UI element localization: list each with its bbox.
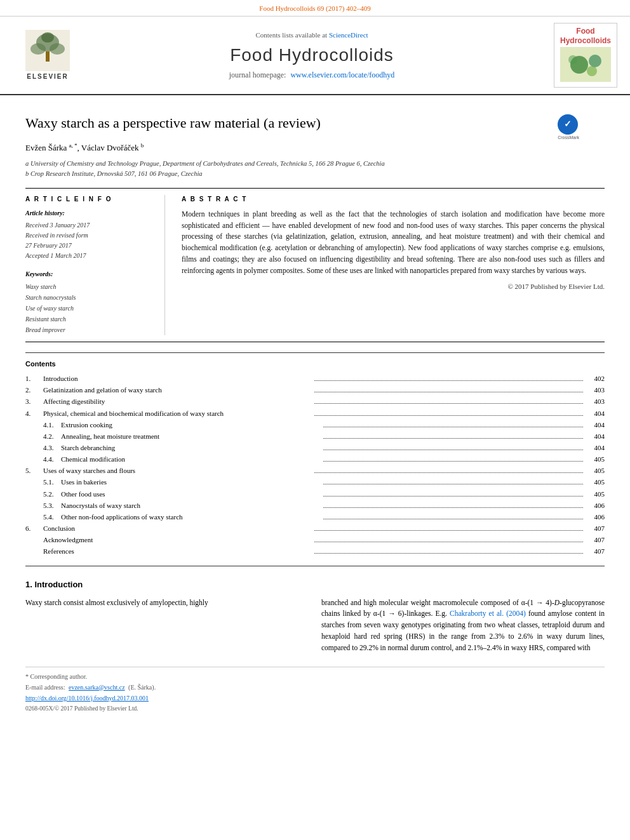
crossmark-text: CrossMark bbox=[558, 135, 579, 141]
keyword-waxy-starch: Waxy starch bbox=[25, 281, 156, 292]
keyword-use-waxy-starch: Use of waxy starch bbox=[25, 303, 156, 314]
crossmark-icon: ✓ bbox=[561, 117, 575, 131]
toc-item-5-4: 5.4. Other non-food applications of waxy… bbox=[25, 511, 605, 523]
intro-right-column: branched and high molecular weight macro… bbox=[321, 597, 605, 654]
toc-item-5-2: 5.2. Other food uses 405 bbox=[25, 488, 605, 500]
svg-rect-4 bbox=[46, 51, 50, 62]
svg-text:✓: ✓ bbox=[564, 119, 572, 129]
article-body: Waxy starch as a perspective raw materia… bbox=[0, 95, 630, 726]
abstract-copyright: © 2017 Published by Elsevier Ltd. bbox=[182, 282, 605, 291]
journal-reference-text: Food Hydrocolloids 69 (2017) 402–409 bbox=[259, 4, 370, 12]
intro-right-text: branched and high molecular weight macro… bbox=[321, 597, 605, 654]
issn-line: 0268-005X/© 2017 Published by Elsevier L… bbox=[25, 705, 605, 713]
journal-reference-bar: Food Hydrocolloids 69 (2017) 402–409 bbox=[0, 0, 630, 17]
svg-point-8 bbox=[589, 55, 601, 67]
svg-point-2 bbox=[30, 43, 46, 55]
toc-item-3: 3. Affecting digestibility 403 bbox=[25, 396, 605, 407]
journal-title: Food Hydrocolloids bbox=[83, 43, 541, 67]
journal-logo-box: FoodHydrocolloids bbox=[554, 23, 617, 88]
toc-item-4: 4. Physical, chemical and biochemical mo… bbox=[25, 408, 605, 419]
contents-available-text: Contents lists available at bbox=[255, 31, 327, 39]
elsevier-name-text: ELSEVIER bbox=[27, 72, 68, 81]
journal-logo-image bbox=[560, 47, 611, 82]
chakraborty-ref-link[interactable]: Chakraborty et al. (2004) bbox=[450, 610, 526, 617]
keyword-bread-improver: Bread improver bbox=[25, 324, 156, 335]
keyword-starch-nanocrystals: Starch nanocrystals bbox=[25, 292, 156, 303]
toc-item-6: 6. Conclusion 407 bbox=[25, 523, 605, 534]
keywords-label: Keywords: bbox=[25, 270, 156, 279]
svg-point-9 bbox=[587, 66, 597, 76]
journal-logo-right: FoodHydrocolloids bbox=[541, 23, 617, 88]
email-note: E-mail address: evzen.sarka@vscht.cz (E.… bbox=[25, 683, 605, 692]
elsevier-tree-icon bbox=[25, 30, 70, 71]
authors-line: Evžen Šárka a, *, Václav Dvořáček b bbox=[25, 142, 605, 154]
elsevier-logo: ELSEVIER bbox=[13, 30, 83, 81]
toc-item-acknowledgment: Acknowledgment 407 bbox=[25, 534, 605, 545]
intro-left-text: Waxy starch consist almost exclusively o… bbox=[25, 597, 309, 609]
journal-header-center: Contents lists available at ScienceDirec… bbox=[83, 30, 541, 81]
corresponding-author-note: * Corresponding author. bbox=[25, 672, 605, 681]
keyword-resistant-starch: Resistant starch bbox=[25, 314, 156, 324]
doi-link[interactable]: http://dx.doi.org/10.1016/j.foodhyd.2017… bbox=[25, 695, 149, 702]
contents-section: Contents 1. Introduction 402 2. Gelatini… bbox=[25, 352, 605, 567]
title-row: Waxy starch as a perspective raw materia… bbox=[25, 114, 605, 133]
article-history-label: Article history: bbox=[25, 209, 156, 218]
article-info-abstract-row: A R T I C L E I N F O Article history: R… bbox=[25, 188, 605, 342]
toc-item-1: 1. Introduction 402 bbox=[25, 373, 605, 384]
abstract-text: Modern techniques in plant breeding as w… bbox=[182, 209, 605, 277]
journal-header: ELSEVIER Contents lists available at Sci… bbox=[0, 17, 630, 95]
introduction-section: 1. Introduction Waxy starch consist almo… bbox=[25, 579, 605, 653]
contents-available-line: Contents lists available at ScienceDirec… bbox=[83, 30, 541, 40]
corresponding-author-text: * Corresponding author. bbox=[25, 673, 87, 680]
toc-item-5: 5. Uses of waxy starches and flours 405 bbox=[25, 465, 605, 476]
toc-item-4-1: 4.1. Extrusion cooking 404 bbox=[25, 419, 605, 430]
intro-left-column: Waxy starch consist almost exclusively o… bbox=[25, 597, 309, 654]
author-evzen: Evžen Šárka a, *, Václav Dvořáček b bbox=[25, 143, 144, 152]
journal-logo-svg bbox=[560, 47, 611, 82]
toc-item-4-4: 4.4. Chemical modification 405 bbox=[25, 453, 605, 465]
email-label: E-mail address: bbox=[25, 684, 65, 691]
svg-point-5 bbox=[41, 32, 54, 43]
doi-line: http://dx.doi.org/10.1016/j.foodhyd.2017… bbox=[25, 694, 605, 703]
svg-point-3 bbox=[50, 43, 65, 55]
homepage-label: journal homepage: bbox=[229, 70, 286, 79]
article-title: Waxy starch as a perspective raw materia… bbox=[25, 114, 566, 133]
article-info-heading: A R T I C L E I N F O bbox=[25, 195, 156, 204]
received-revised-date: Received in revised form27 February 2017 bbox=[25, 230, 156, 251]
two-column-content: Waxy starch consist almost exclusively o… bbox=[25, 597, 605, 654]
svg-point-10 bbox=[568, 55, 577, 64]
crossmark-badge[interactable]: ✓ CrossMark bbox=[558, 114, 579, 141]
toc-item-5-1: 5.1. Uses in bakeries 405 bbox=[25, 476, 605, 488]
intro-heading: 1. Introduction bbox=[25, 579, 605, 590]
accepted-date: Accepted 1 March 2017 bbox=[25, 251, 156, 261]
abstract-panel: A B S T R A C T Modern techniques in pla… bbox=[178, 195, 605, 335]
journal-homepage-line: journal homepage: www.elsevier.com/locat… bbox=[83, 70, 541, 81]
affiliations: a University of Chemistry and Technology… bbox=[25, 159, 605, 179]
email-link[interactable]: evzen.sarka@vscht.cz bbox=[69, 684, 125, 691]
toc-item-references: References 407 bbox=[25, 545, 605, 557]
affiliation-b: b Crop Research Institute, Drnovská 507,… bbox=[25, 169, 605, 179]
article-info-panel: A R T I C L E I N F O Article history: R… bbox=[25, 195, 165, 335]
toc-item-5-3: 5.3. Nanocrystals of waxy starch 406 bbox=[25, 500, 605, 511]
received-date: Received 3 January 2017 bbox=[25, 220, 156, 230]
toc-item-4-3: 4.3. Starch debranching 404 bbox=[25, 442, 605, 453]
contents-heading: Contents bbox=[25, 359, 605, 369]
article-footer: * Corresponding author. E-mail address: … bbox=[25, 667, 605, 713]
affiliation-a: a University of Chemistry and Technology… bbox=[25, 159, 605, 169]
crossmark-circle: ✓ bbox=[558, 114, 578, 135]
homepage-url[interactable]: www.elsevier.com/locate/foodhyd bbox=[290, 70, 394, 79]
toc-item-4-2: 4.2. Annealing, heat moisture treatment … bbox=[25, 430, 605, 442]
toc-item-2: 2. Gelatinization and gelation of waxy s… bbox=[25, 384, 605, 396]
science-direct-link[interactable]: ScienceDirect bbox=[329, 31, 368, 39]
email-name: (E. Šárka). bbox=[128, 684, 156, 691]
abstract-heading: A B S T R A C T bbox=[182, 195, 605, 204]
